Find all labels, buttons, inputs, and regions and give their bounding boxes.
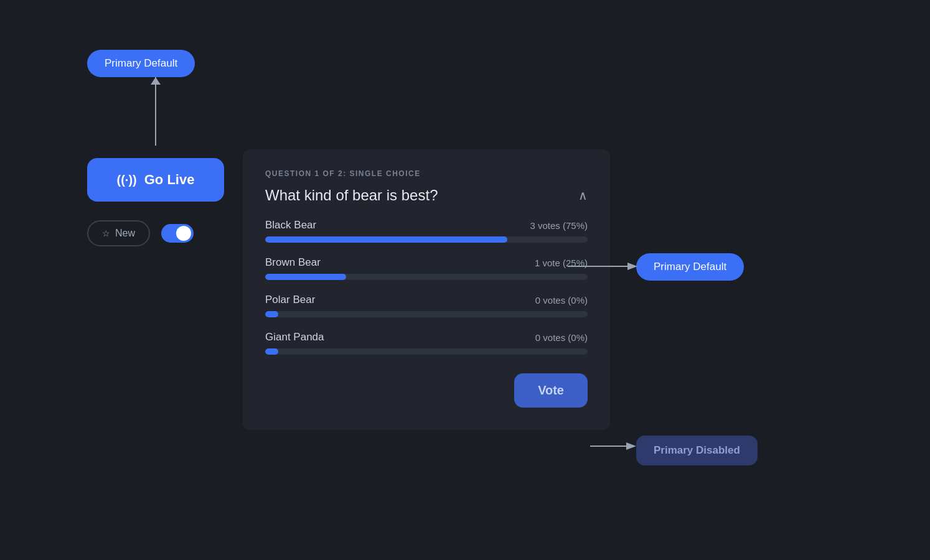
arrow-up-line — [155, 77, 156, 146]
vote-button[interactable]: Vote — [514, 373, 588, 408]
left-panel: Primary Default ((·)) Go Live ☆ New — [87, 50, 224, 246]
poll-option-row: Brown Bear 1 vote (25%) — [265, 256, 588, 269]
go-live-button[interactable]: ((·)) Go Live — [87, 158, 224, 202]
toggle-knob — [176, 226, 191, 241]
toggle-switch[interactable] — [161, 224, 194, 243]
arrow-up-container — [87, 77, 224, 158]
poll-bar-fill — [265, 311, 278, 317]
option-name: Giant Panda — [265, 331, 324, 343]
poll-option-polar-bear: Polar Bear 0 votes (0%) — [265, 294, 588, 317]
poll-bar-fill — [265, 236, 507, 243]
new-label: New — [115, 228, 135, 239]
star-icon: ☆ — [102, 228, 110, 238]
question-header: What kind of bear is best? ∧ — [265, 187, 588, 204]
poll-option-black-bear: Black Bear 3 votes (75%) — [265, 219, 588, 243]
bottom-row: ☆ New — [87, 220, 194, 246]
poll-bar-fill — [265, 348, 278, 355]
option-votes: 0 votes (0%) — [535, 295, 588, 306]
poll-option-row: Polar Bear 0 votes (0%) — [265, 294, 588, 306]
primary-default-top-button[interactable]: Primary Default — [87, 50, 195, 77]
poll-panel: QUESTION 1 OF 2: SINGLE CHOICE What kind… — [243, 149, 610, 430]
poll-bar-fill — [265, 274, 346, 280]
poll-option-row: Black Bear 3 votes (75%) — [265, 219, 588, 231]
chevron-up-icon[interactable]: ∧ — [578, 188, 588, 203]
go-live-label: Go Live — [144, 172, 195, 188]
option-votes: 0 votes (0%) — [535, 332, 588, 343]
new-button[interactable]: ☆ New — [87, 220, 150, 246]
poll-option-giant-panda: Giant Panda 0 votes (0%) — [265, 331, 588, 355]
poll-footer: Vote — [265, 373, 588, 408]
poll-option-row: Giant Panda 0 votes (0%) — [265, 331, 588, 343]
option-votes: 1 vote (25%) — [535, 258, 588, 268]
question-text: What kind of bear is best? — [265, 187, 438, 204]
question-label: QUESTION 1 OF 2: SINGLE CHOICE — [265, 169, 588, 178]
poll-bar-bg — [265, 274, 588, 280]
broadcast-icon: ((·)) — [117, 173, 137, 187]
primary-default-badge[interactable]: Primary Default — [636, 253, 744, 281]
poll-option-brown-bear: Brown Bear 1 vote (25%) — [265, 256, 588, 280]
poll-bar-bg — [265, 236, 588, 243]
poll-bar-bg — [265, 311, 588, 317]
primary-disabled-badge: Primary Disabled — [636, 436, 758, 465]
option-name: Polar Bear — [265, 294, 315, 306]
option-name: Brown Bear — [265, 256, 321, 269]
option-votes: 3 votes (75%) — [530, 220, 588, 231]
option-name: Black Bear — [265, 219, 316, 231]
poll-bar-bg — [265, 348, 588, 355]
